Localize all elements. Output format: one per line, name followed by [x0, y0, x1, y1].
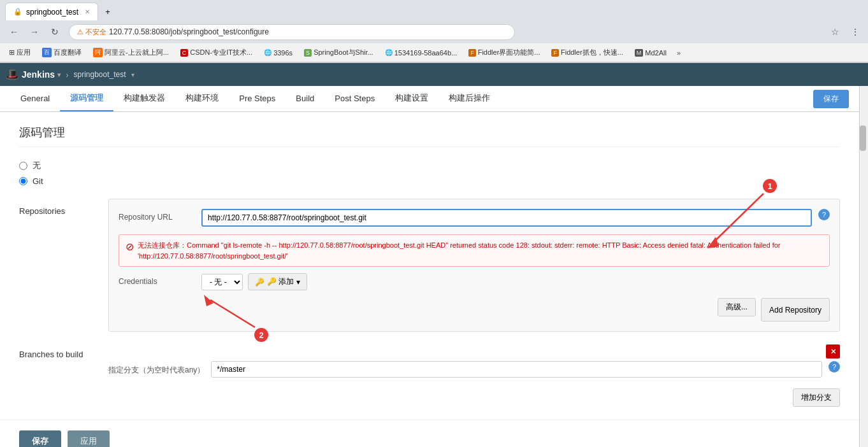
- section-title: 源码管理: [19, 125, 840, 147]
- branch-input[interactable]: [211, 361, 822, 378]
- bookmark-3396s[interactable]: 🌐 3396s: [260, 48, 296, 58]
- url-display: 120.77.0.58:8080/job/springboot_test/con…: [109, 27, 269, 36]
- breadcrumb-job[interactable]: springboot_test: [73, 70, 126, 79]
- tab-build-environment[interactable]: 构建环境: [175, 86, 229, 111]
- bookmark-csdn-label: CSDN-专业IT技术...: [190, 48, 252, 57]
- breadcrumb-separator: ›: [66, 70, 68, 80]
- forward-button[interactable]: →: [25, 23, 43, 41]
- reload-button[interactable]: ↻: [46, 23, 64, 41]
- bookmark-csdn[interactable]: C CSDN-专业IT技术...: [177, 46, 256, 59]
- jenkins-brand-label: Jenkins: [22, 69, 55, 80]
- tab-source-management[interactable]: 源码管理: [60, 86, 113, 111]
- bookmark-3396s-label: 3396s: [273, 49, 293, 57]
- credentials-row: Credentials - 无 - 🔑 🔑 添加 ▾: [119, 273, 830, 290]
- radio-git-item: Git: [19, 176, 840, 186]
- bookmark-apps[interactable]: ⊞ 应用: [5, 46, 34, 59]
- bookmark-md2all-label: Md2All: [645, 49, 667, 57]
- tab-general[interactable]: General: [10, 87, 60, 111]
- browser-navbar: ← → ↻ ⚠ 不安全 120.77.0.58:8080/job/springb…: [0, 20, 868, 43]
- branch-specify-label: 指定分支（为空时代表any）: [108, 361, 205, 376]
- scrollbar-thumb[interactable]: [860, 125, 866, 151]
- repo-url-help-icon[interactable]: ?: [818, 209, 830, 220]
- bookmark-button[interactable]: ☆: [827, 24, 843, 39]
- apply-button[interactable]: 应用: [68, 430, 110, 447]
- save-button[interactable]: 保存: [19, 430, 61, 447]
- config-tabs: General 源码管理 构建触发器 构建环境 Pre Steps Build …: [0, 86, 859, 112]
- bookmark-aliyun-label: 阿里云-上云就上阿...: [105, 48, 169, 57]
- bookmark-apps-label: 应用: [17, 48, 31, 57]
- branch-help-icon[interactable]: ?: [828, 361, 840, 372]
- tab-pre-steps[interactable]: Pre Steps: [229, 87, 286, 111]
- add-branch-button[interactable]: 增加分支: [793, 388, 840, 407]
- bookmarks-bar: ⊞ 应用 百 百度翻译 阿 阿里云-上云就上阿... C CSDN-专业IT技术…: [0, 43, 868, 62]
- radio-none-input[interactable]: [19, 162, 27, 170]
- bookmark-img1-label: 1534169-58aa64b...: [394, 49, 457, 57]
- repo-url-input[interactable]: [201, 209, 812, 227]
- bookmark-fiddler2[interactable]: F Fiddler抓包，快速...: [547, 46, 626, 59]
- branches-label: Branches to build: [19, 344, 96, 407]
- bookmark-baidu[interactable]: 百 百度翻译: [38, 46, 85, 59]
- branches-form: ✕ 指定分支（为空时代表any） ? 增加分支: [108, 344, 840, 407]
- bookmark-baidu-label: 百度翻译: [54, 48, 82, 57]
- top-save-button[interactable]: 保存: [813, 90, 849, 108]
- tab-build[interactable]: Build: [286, 87, 324, 111]
- repositories-section: Repositories Repository URL ? ⊘ 无法连接仓库：C…: [19, 199, 840, 332]
- error-message-text: 无法连接仓库：Command "git ls-remote -h -- http…: [138, 240, 823, 261]
- radio-git-input[interactable]: [19, 177, 27, 185]
- branch-delete-row: ✕: [108, 344, 840, 358]
- security-warning-icon: ⚠ 不安全: [77, 27, 106, 37]
- bookmark-img1[interactable]: 🌐 1534169-58aa64b...: [381, 48, 461, 58]
- browser-tab-title: springboot_test: [26, 8, 78, 17]
- menu-button[interactable]: ⋮: [848, 24, 863, 39]
- key-icon: 🔑: [255, 278, 264, 287]
- globe-icon-1: 🌐: [264, 49, 271, 56]
- bookmarks-more-button[interactable]: »: [677, 49, 681, 57]
- baidu-icon: 百: [42, 48, 52, 57]
- tab-build-settings[interactable]: 构建设置: [385, 86, 438, 111]
- tab-close-icon[interactable]: ✕: [85, 8, 90, 15]
- fiddler1-icon: F: [468, 49, 476, 57]
- bookmark-aliyun[interactable]: 阿 阿里云-上云就上阿...: [89, 46, 173, 59]
- tab-post-build[interactable]: 构建后操作: [438, 86, 500, 111]
- repo-url-label: Repository URL: [119, 209, 195, 222]
- scm-radio-group: 无 Git: [19, 160, 840, 186]
- error-circle-icon: ⊘: [126, 241, 134, 253]
- branch-input-row: 指定分支（为空时代表any） ?: [108, 361, 840, 378]
- advanced-button[interactable]: 高级...: [718, 298, 756, 316]
- fiddler2-icon: F: [551, 49, 559, 57]
- browser-chrome: 🔒 springboot_test ✕ + ← → ↻ ⚠ 不安全 120.77…: [0, 0, 868, 63]
- browser-tab-bar: 🔒 springboot_test ✕ +: [0, 0, 868, 20]
- bookmark-md2all[interactable]: M Md2All: [631, 48, 670, 58]
- jenkins-icon: 🎩: [5, 67, 19, 82]
- add-credentials-button[interactable]: 🔑 🔑 添加 ▾: [248, 273, 307, 290]
- credentials-label: Credentials: [119, 273, 195, 286]
- address-bar[interactable]: ⚠ 不安全 120.77.0.58:8080/job/springboot_te…: [69, 24, 515, 40]
- new-tab-button[interactable]: +: [98, 3, 117, 20]
- delete-branch-button[interactable]: ✕: [826, 344, 840, 358]
- csdn-icon: C: [180, 49, 189, 57]
- globe-icon-2: 🌐: [385, 49, 393, 56]
- tab-favicon: 🔒: [13, 8, 22, 16]
- browser-tab[interactable]: 🔒 springboot_test ✕: [5, 3, 98, 20]
- browser-nav-buttons: ← → ↻: [5, 23, 64, 41]
- credentials-select[interactable]: - 无 -: [201, 274, 243, 290]
- repositories-form: Repository URL ? ⊘ 无法连接仓库：Command "git l…: [108, 199, 840, 332]
- content-area: General 源码管理 构建触发器 构建环境 Pre Steps Build …: [0, 86, 859, 447]
- aliyun-icon: 阿: [93, 48, 103, 57]
- error-block: ⊘ 无法连接仓库：Command "git ls-remote -h -- ht…: [119, 234, 830, 267]
- bookmark-fiddler1-label: Fiddler界面功能简...: [478, 48, 540, 57]
- jenkins-logo-arrow: ▾: [57, 71, 61, 78]
- bookmark-springboot[interactable]: S SpringBoot与Shir...: [300, 46, 377, 59]
- bookmark-fiddler1[interactable]: F Fiddler界面功能简...: [465, 46, 544, 59]
- svg-text:2: 2: [259, 330, 263, 340]
- jenkins-topbar: 🎩 Jenkins ▾ › springboot_test ▾: [0, 63, 868, 86]
- add-credentials-label: 🔑 添加: [267, 276, 294, 287]
- jenkins-logo[interactable]: 🎩 Jenkins ▾: [5, 67, 61, 82]
- scrollbar[interactable]: [859, 86, 868, 447]
- radio-git-label: Git: [33, 176, 43, 186]
- tab-build-triggers[interactable]: 构建触发器: [113, 86, 175, 111]
- back-button[interactable]: ←: [5, 23, 23, 41]
- bookmark-springboot-label: SpringBoot与Shir...: [314, 48, 373, 57]
- tab-post-steps[interactable]: Post Steps: [324, 87, 385, 111]
- add-repository-button[interactable]: Add Repository: [761, 298, 830, 322]
